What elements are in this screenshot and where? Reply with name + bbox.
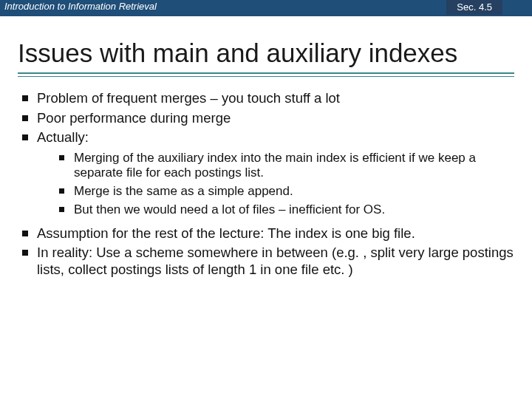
bullet-text: In reality: Use a scheme somewhere in be… xyxy=(37,245,514,277)
bullet-list-lower: Assumption for the rest of the lecture: … xyxy=(18,225,514,279)
list-item: But then we would need a lot of files – … xyxy=(37,202,514,218)
list-item: Problem of frequent merges – you touch s… xyxy=(18,90,514,107)
course-title: Introduction to Information Retrieval xyxy=(4,1,157,12)
list-item: Merge is the same as a simple append. xyxy=(37,184,514,200)
bullet-text: Merge is the same as a simple append. xyxy=(74,184,293,198)
bullet-text: Poor performance during merge xyxy=(37,110,231,126)
bullet-text: Merging of the auxiliary index into the … xyxy=(74,151,476,180)
bullet-list: Problem of frequent merges – you touch s… xyxy=(18,90,514,218)
list-item: Merging of the auxiliary index into the … xyxy=(37,151,514,181)
bullet-text: But then we would need a lot of files – … xyxy=(74,202,385,216)
bullet-text: Actually: xyxy=(37,129,89,145)
header-bar: Introduction to Information Retrieval Se… xyxy=(0,0,532,16)
list-item: Actually: Merging of the auxiliary index… xyxy=(18,129,514,218)
bullet-text: Assumption for the rest of the lecture: … xyxy=(37,225,415,241)
bullet-text: Problem of frequent merges – you touch s… xyxy=(37,90,340,106)
section-label: Sec. 4.5 xyxy=(446,0,502,15)
slide-body: Problem of frequent merges – you touch s… xyxy=(18,90,514,278)
list-item: Poor performance during merge xyxy=(18,110,514,127)
title-underline xyxy=(18,72,514,77)
list-item: In reality: Use a scheme somewhere in be… xyxy=(18,245,514,278)
slide-title: Issues with main and auxiliary indexes xyxy=(18,38,514,68)
sub-bullet-list: Merging of the auxiliary index into the … xyxy=(37,151,514,218)
list-item: Assumption for the rest of the lecture: … xyxy=(18,225,514,242)
